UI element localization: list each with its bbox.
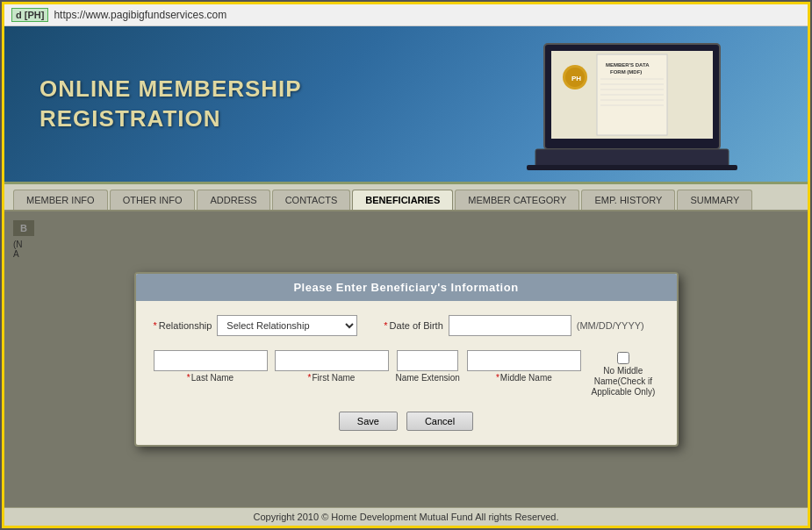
dob-label: Date of Birth	[384, 320, 442, 331]
tab-member-info[interactable]: MEMBER INFO	[13, 190, 108, 210]
no-middle-checkbox[interactable]	[617, 352, 629, 364]
relationship-select[interactable]: Select Relationship Spouse Child Parent …	[217, 315, 357, 336]
hero-banner: ONLINE MEMBERSHIP REGISTRATION MEMBER'S …	[4, 26, 808, 184]
page-footer: Copyright 2010 © Home Development Mutual…	[4, 507, 808, 526]
footer-text: Copyright 2010 © Home Development Mutual…	[253, 512, 558, 522]
name-extension-label: Name Extension	[396, 373, 460, 383]
middlename-group: Middle Name	[467, 350, 581, 383]
tab-member-category[interactable]: MEMBER CATEGORY	[455, 190, 579, 210]
dob-group: Date of Birth (MM/DD/YYYY)	[384, 315, 643, 336]
dob-input[interactable]	[449, 315, 571, 336]
tab-address[interactable]: ADDRESS	[197, 190, 269, 210]
name-fields-row: Last Name First Name Name Extension	[154, 350, 659, 398]
name-extension-group: Name Extension	[396, 350, 460, 383]
firstname-input[interactable]	[275, 350, 389, 371]
laptop-graphic: MEMBER'S DATA FORM (MDF) PH	[509, 35, 755, 175]
main-area: B (N A Please Enter Beneficiary's Inform…	[4, 211, 808, 507]
middlename-input[interactable]	[467, 350, 581, 371]
browser-url: https://www.pagibigfundservices.com	[54, 9, 226, 21]
form-row-relationship: Relationship Select Relationship Spouse …	[154, 315, 659, 336]
lastname-group: Last Name	[154, 350, 268, 383]
modal-body: Relationship Select Relationship Spouse …	[136, 301, 677, 445]
svg-rect-14	[535, 149, 729, 167]
tab-emp-history[interactable]: EMP. HISTORY	[581, 190, 675, 210]
name-extension-input[interactable]	[397, 350, 458, 371]
no-middle-label: No Middle Name(Check if Applicable Only)	[588, 366, 658, 398]
tab-beneficiaries[interactable]: BENEFICIARIES	[352, 190, 453, 210]
modal-box: Please Enter Beneficiary's Information R…	[134, 272, 679, 447]
relationship-group: Relationship Select Relationship Spouse …	[154, 315, 358, 336]
save-button[interactable]: Save	[339, 412, 398, 431]
browser-badge: d [PH]	[11, 8, 48, 22]
lastname-label: Last Name	[187, 373, 234, 383]
address-bar: d [PH] https://www.pagibigfundservices.c…	[4, 4, 808, 26]
no-middle-group: No Middle Name(Check if Applicable Only)	[588, 350, 658, 398]
svg-text:PH: PH	[571, 75, 581, 82]
tab-summary[interactable]: SUMMARY	[677, 190, 752, 210]
middlename-label: Middle Name	[496, 373, 552, 383]
nav-tabs: MEMBER INFO OTHER INFO ADDRESS CONTACTS …	[4, 184, 808, 211]
svg-text:MEMBER'S DATA: MEMBER'S DATA	[606, 62, 650, 68]
modal-overlay: Please Enter Beneficiary's Information R…	[4, 211, 808, 507]
svg-rect-15	[527, 165, 737, 170]
cancel-button[interactable]: Cancel	[406, 412, 473, 431]
tab-other-info[interactable]: OTHER INFO	[110, 190, 196, 210]
tab-contacts[interactable]: CONTACTS	[272, 190, 351, 210]
relationship-label: Relationship	[154, 320, 212, 331]
modal-header: Please Enter Beneficiary's Information	[136, 274, 677, 301]
page-content: ONLINE MEMBERSHIP REGISTRATION MEMBER'S …	[4, 26, 808, 526]
lastname-input[interactable]	[154, 350, 268, 371]
svg-text:FORM (MDF): FORM (MDF)	[610, 69, 642, 75]
modal-buttons: Save Cancel	[154, 412, 659, 431]
dob-hint: (MM/DD/YYYY)	[577, 320, 644, 331]
hero-title: ONLINE MEMBERSHIP REGISTRATION	[40, 75, 302, 134]
firstname-group: First Name	[275, 350, 389, 383]
firstname-label: First Name	[308, 373, 356, 383]
browser-frame: d [PH] https://www.pagibigfundservices.c…	[2, 2, 810, 528]
